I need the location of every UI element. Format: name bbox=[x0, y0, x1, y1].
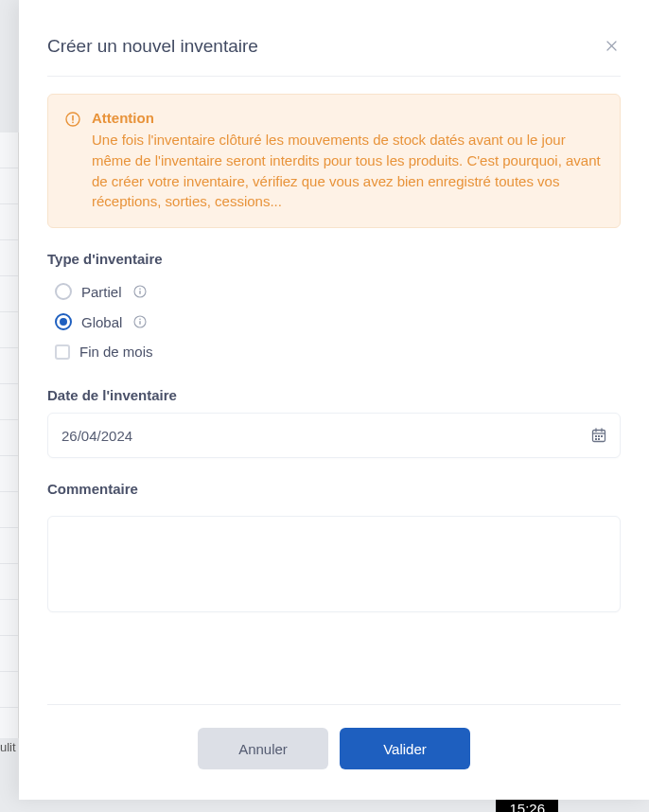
alert-title: Attention bbox=[92, 110, 603, 126]
background-list bbox=[0, 132, 19, 738]
background-truncated-text: ulit bbox=[0, 740, 16, 754]
inventory-type-label: Type d'inventaire bbox=[47, 251, 621, 267]
radio-global-label: Global bbox=[81, 314, 122, 330]
app-backdrop: ulit Créer un nouvel inventaire Attentio… bbox=[0, 0, 649, 812]
close-icon bbox=[606, 38, 617, 54]
radio-option-global[interactable]: Global bbox=[55, 307, 621, 337]
radio-partial-label: Partiel bbox=[81, 284, 122, 300]
svg-point-2 bbox=[72, 121, 74, 123]
svg-rect-8 bbox=[140, 321, 141, 325]
comment-label: Commentaire bbox=[47, 481, 621, 497]
comment-section: Commentaire bbox=[47, 481, 621, 616]
date-label: Date de l'inventaire bbox=[47, 387, 621, 403]
svg-rect-15 bbox=[601, 435, 603, 437]
svg-rect-13 bbox=[595, 435, 597, 437]
svg-rect-16 bbox=[595, 438, 597, 440]
close-button[interactable] bbox=[603, 34, 621, 59]
alert-body: Une fois l'inventaire clôturé les mouvem… bbox=[92, 130, 603, 212]
calendar-icon[interactable] bbox=[591, 428, 606, 443]
info-icon[interactable] bbox=[133, 315, 147, 328]
date-input-wrap[interactable] bbox=[47, 413, 621, 458]
timestamp-overlay: 15:26 bbox=[496, 800, 558, 812]
checkbox-end-of-month[interactable] bbox=[55, 344, 70, 360]
warning-alert: Attention Une fois l'inventaire clôturé … bbox=[47, 94, 621, 228]
modal-title: Créer un nouvel inventaire bbox=[47, 36, 258, 57]
svg-point-4 bbox=[139, 289, 141, 291]
date-input[interactable] bbox=[61, 428, 591, 444]
modal-header: Créer un nouvel inventaire bbox=[47, 0, 621, 77]
modal-footer: Annuler Valider bbox=[47, 704, 621, 800]
warning-icon bbox=[65, 112, 80, 127]
svg-point-7 bbox=[140, 319, 142, 321]
cancel-button[interactable]: Annuler bbox=[198, 728, 328, 769]
submit-button[interactable]: Valider bbox=[340, 728, 470, 769]
comment-textarea[interactable] bbox=[47, 516, 621, 612]
svg-rect-14 bbox=[598, 435, 600, 437]
radio-global[interactable] bbox=[55, 313, 72, 330]
inventory-type-group: Partiel Global Fin de mois bbox=[47, 276, 621, 366]
svg-rect-17 bbox=[598, 438, 600, 440]
radio-partial[interactable] bbox=[55, 283, 72, 300]
info-icon[interactable] bbox=[133, 285, 147, 298]
radio-option-partial[interactable]: Partiel bbox=[55, 276, 621, 307]
modal-body: Attention Une fois l'inventaire clôturé … bbox=[19, 77, 649, 704]
checkbox-end-of-month-label: Fin de mois bbox=[79, 344, 153, 360]
create-inventory-modal: Créer un nouvel inventaire Attention Une… bbox=[19, 0, 649, 800]
date-section: Date de l'inventaire bbox=[47, 387, 621, 458]
svg-rect-5 bbox=[139, 291, 140, 294]
checkbox-end-of-month-row[interactable]: Fin de mois bbox=[55, 337, 621, 366]
alert-text: Attention Une fois l'inventaire clôturé … bbox=[92, 110, 603, 212]
